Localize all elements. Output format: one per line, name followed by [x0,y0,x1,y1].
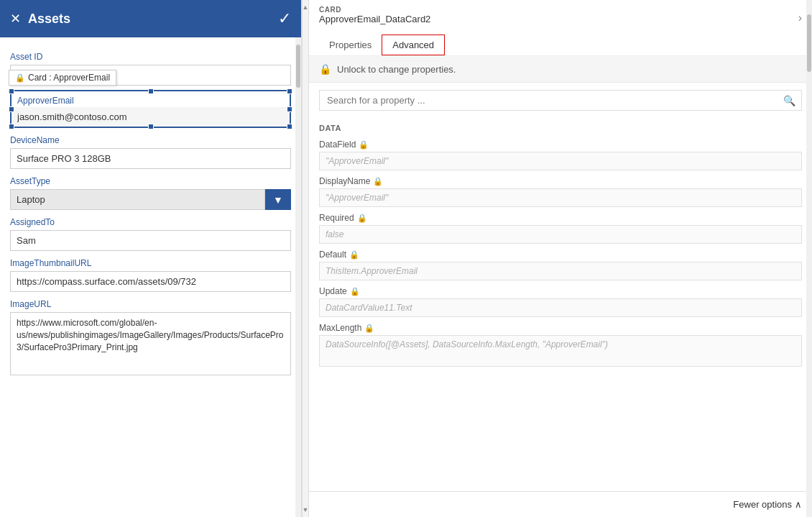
close-icon[interactable]: ✕ [10,11,21,27]
image-url-label: ImageURL [10,299,291,309]
handle-mr[interactable] [287,106,292,112]
prop-update: Update 🔒 [309,282,812,319]
handle-bl[interactable] [9,124,14,129]
prop-required: Required 🔒 [309,209,812,245]
unlock-bar: 🔒 Unlock to change properties. [309,56,812,83]
left-header: ✕ Assets ✓ [0,0,301,37]
left-content: Asset ID 🔒 Card : ApproverEmail Approver… [0,37,301,517]
asset-type-dropdown-btn[interactable]: ▼ [265,189,291,210]
search-bar: 🔍 [319,90,802,111]
assigned-to-input[interactable] [10,230,291,251]
center-scrollbar[interactable]: ▲ ▼ [302,0,309,517]
right-scrollbar[interactable] [806,0,812,517]
image-url-group: ImageURL https://www.microsoft.com/globa… [10,299,291,378]
handle-tl[interactable] [9,88,14,94]
prop-max-length: MaxLength 🔒 DataSourceInfo([@Assets], Da… [309,319,812,370]
card-section-label: CARD [319,6,430,14]
prop-max-length-label: MaxLength 🔒 [319,323,802,333]
tabs-row: Properties Advanced [319,35,802,55]
selected-card-wrapper: ApproverEmail [10,90,291,128]
prop-required-label: Required 🔒 [319,213,802,223]
image-url-textarea[interactable]: https://www.microsoft.com/global/en-us/n… [10,312,291,375]
right-content: 🔒 Unlock to change properties. 🔍 DATA Da… [309,56,812,491]
handle-ml[interactable] [9,106,14,112]
prop-update-value[interactable] [319,298,802,317]
prop-display-name: DisplayName 🔒 [309,172,812,209]
chevron-right-icon[interactable]: › [798,12,802,24]
search-icon: 🔍 [778,95,801,106]
asset-type-group: AssetType Laptop ▼ [10,176,291,210]
device-name-label: DeviceName [10,135,291,145]
card-name: ApproverEmail_DataCard2 [319,14,430,24]
right-panel: CARD ApproverEmail_DataCard2 › Propertie… [309,0,812,517]
handle-br[interactable] [287,124,292,129]
assigned-to-label: AssignedTo [10,217,291,227]
confirm-icon[interactable]: ✓ [278,9,291,28]
card-tooltip: 🔒 Card : ApproverEmail [9,70,116,86]
prop-default-label: Default 🔒 [319,250,802,260]
device-name-group: DeviceName [10,135,291,169]
tooltip-text: Card : ApproverEmail [28,73,110,83]
lock-icon: 🔒 [319,63,331,75]
approver-email-container: 🔒 Card : ApproverEmail ApproverEmail [10,90,291,128]
left-scrollbar[interactable] [295,37,301,517]
tab-properties[interactable]: Properties [319,35,382,55]
scroll-down-arrow[interactable]: ▼ [303,504,308,516]
prop-data-field-value[interactable] [319,152,802,170]
prop-default-lock: 🔒 [349,250,359,260]
image-thumbnail-url-input[interactable] [10,271,291,292]
handle-tm[interactable] [148,88,154,94]
fewer-options-button[interactable]: Fewer options ∧ [733,499,802,510]
assigned-to-group: AssignedTo [10,217,291,251]
property-search-input[interactable] [320,91,778,110]
header-left: ✕ Assets [10,11,70,27]
prop-default: Default 🔒 [309,245,812,282]
prop-update-label: Update 🔒 [319,286,802,296]
prop-default-value[interactable] [319,262,802,280]
scroll-up-arrow[interactable]: ▲ [303,1,308,13]
right-header-top: CARD ApproverEmail_DataCard2 › [319,6,802,30]
card-info: CARD ApproverEmail_DataCard2 [319,6,430,30]
prop-max-length-value[interactable]: DataSourceInfo([@Assets], DataSourceInfo… [319,335,802,367]
left-panel: ✕ Assets ✓ Asset ID 🔒 Card : ApproverEma… [0,0,302,517]
prop-data-field-name: DataField 🔒 [319,139,802,150]
prop-required-lock: 🔒 [357,214,367,223]
data-section-label: DATA [309,118,812,135]
right-header: CARD ApproverEmail_DataCard2 › Propertie… [309,0,812,56]
fewer-options-label: Fewer options [733,499,792,510]
handle-bm[interactable] [148,124,154,129]
panel-title: Assets [28,12,70,27]
asset-type-dropdown-wrapper: Laptop ▼ [10,189,291,210]
unlock-text: Unlock to change properties. [337,64,456,75]
prop-data-field-lock: 🔒 [359,140,369,150]
prop-update-lock: 🔒 [350,287,360,296]
image-thumbnail-url-group: ImageThumbnailURL [10,258,291,292]
handle-tr[interactable] [287,88,292,94]
prop-max-length-lock: 🔒 [364,324,374,333]
prop-display-name-lock: 🔒 [373,177,383,186]
tab-advanced[interactable]: Advanced [382,35,445,55]
prop-required-value[interactable] [319,225,802,244]
prop-display-name-label: DisplayName 🔒 [319,176,802,186]
image-thumbnail-url-label: ImageThumbnailURL [10,258,291,268]
tooltip-lock-icon: 🔒 [15,73,25,83]
asset-id-label: Asset ID [10,52,291,62]
right-scrollbar-thumb [807,14,811,72]
device-name-input[interactable] [10,148,291,169]
bottom-bar: Fewer options ∧ [309,491,812,517]
asset-type-select[interactable]: Laptop [10,189,265,210]
left-scrollbar-thumb [296,45,300,88]
asset-type-label: AssetType [10,176,291,186]
chevron-up-icon: ∧ [795,499,802,510]
prop-display-name-value[interactable] [319,188,802,207]
prop-data-field: DataField 🔒 [309,135,812,172]
